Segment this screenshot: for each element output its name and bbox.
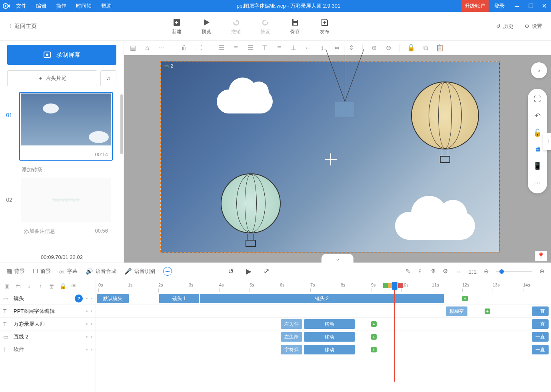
back-home-button[interactable]: 〈 返回主页	[0, 23, 124, 30]
add-keyframe-button[interactable]: +	[462, 296, 468, 301]
menu-help[interactable]: 帮助	[97, 0, 116, 12]
zoom-out-icon[interactable]: ⊖	[484, 268, 489, 275]
align-right-icon[interactable]: ☰	[246, 43, 255, 53]
add-keyframe-button[interactable]: +	[371, 321, 377, 327]
trash-icon[interactable]: 🗑	[180, 43, 189, 53]
clip-shot2[interactable]: 镜头 2	[200, 294, 444, 303]
align-bottom-icon[interactable]: ⊥	[289, 43, 298, 53]
unlock-icon[interactable]: 🔓	[406, 43, 416, 53]
edit-icon[interactable]: ✎	[405, 268, 411, 275]
play-button[interactable]: ▶	[246, 267, 252, 276]
tab-subtitle[interactable]: ㏄字幕	[59, 268, 78, 275]
copy-icon[interactable]: ⧉	[421, 43, 430, 53]
filter-icon[interactable]: ⚗	[430, 268, 435, 275]
lane-text1[interactable]: 模糊变 + 一直	[96, 305, 551, 318]
align-center-icon[interactable]: ≡	[231, 43, 241, 53]
add-track-icon[interactable]: ▣	[3, 283, 10, 289]
lock-icon[interactable]: 🔒	[59, 283, 66, 289]
lane-line[interactable]: 左边渐 移动 + 一直	[96, 330, 551, 343]
lane-text3[interactable]: 字符弹 移动 + 一直	[96, 343, 551, 356]
lane-camera[interactable]: 默认镜头 镜头 1 镜头 2 +	[96, 292, 551, 305]
clip-shot1[interactable]: 镜头 1	[159, 294, 199, 303]
scrollbar[interactable]	[120, 94, 123, 154]
login-button[interactable]: 登录	[489, 2, 510, 10]
folder-icon[interactable]: 🗀	[14, 283, 22, 289]
collapse-canvas-button[interactable]: ⌄	[321, 254, 353, 263]
paste-icon[interactable]: 📋	[435, 43, 445, 53]
upgrade-button[interactable]: 升级账户	[461, 0, 489, 12]
track-text-2[interactable]: T 万彩录屏大师	[0, 318, 96, 330]
eye-icon[interactable]: 👁	[70, 283, 78, 289]
new-button[interactable]: 新建	[172, 17, 182, 35]
focus-icon[interactable]: ⛶	[194, 43, 204, 53]
clip-fade[interactable]: 左边渐	[281, 332, 302, 342]
zoom-out-icon[interactable]: ⊖	[383, 43, 393, 53]
align-top-icon[interactable]: ⊤	[260, 43, 270, 53]
maximize-button[interactable]: ☐	[524, 0, 537, 12]
layer-panel-icon[interactable]: ▤	[128, 43, 138, 53]
add-keyframe-button[interactable]: +	[371, 334, 377, 340]
zoom-in-icon[interactable]: ⊕	[369, 43, 379, 53]
add-heads-button[interactable]: ＋片头片尾	[7, 70, 97, 86]
home-icon[interactable]: ⌂	[142, 43, 152, 53]
zoom-in-icon[interactable]: ⊕	[539, 268, 545, 275]
align-left-icon[interactable]: ☰	[217, 43, 226, 53]
publish-button[interactable]: 发布	[320, 17, 329, 35]
unlock-icon[interactable]: 🔓	[533, 128, 542, 137]
settings-button[interactable]: ⚙设置	[525, 23, 542, 30]
slide-thumbnail-2[interactable]: ░░░░░░░░░░░░ 添加备注信息 00:56	[19, 177, 113, 238]
ratio-icon[interactable]: 1:1	[468, 268, 477, 275]
tab-background[interactable]: ▦背景	[6, 268, 25, 275]
zoom-slider[interactable]	[496, 271, 532, 272]
keyframe-marker[interactable]	[398, 283, 403, 288]
clip-always[interactable]: 一直	[532, 332, 549, 342]
more-icon[interactable]: ⋯	[534, 178, 541, 187]
add-keyframe-button[interactable]: +	[485, 308, 490, 314]
rewind-button[interactable]: ↺	[228, 267, 234, 276]
minimize-button[interactable]: ─	[510, 0, 524, 12]
save-button[interactable]: 保存	[290, 17, 300, 35]
settings-icon[interactable]: ⚙	[443, 268, 448, 275]
pin-icon[interactable]: 📍	[535, 251, 547, 261]
marker-icon[interactable]: ⚐	[418, 268, 423, 275]
clip-always[interactable]: 一直	[532, 319, 549, 329]
more-icon[interactable]: ⋯	[157, 43, 166, 53]
add-transition-button[interactable]: 添加转场	[2, 163, 119, 177]
menu-action[interactable]: 操作	[52, 0, 70, 12]
track-text-1[interactable]: T PPT图层字体编辑	[0, 305, 96, 318]
clip-move[interactable]: 移动	[304, 319, 355, 329]
trash-icon[interactable]: 🗑	[48, 283, 55, 289]
down-icon[interactable]: ↓	[26, 283, 33, 289]
playhead[interactable]	[392, 282, 397, 290]
slide-thumbnail-1[interactable]: 00:14	[19, 92, 113, 161]
clip-move[interactable]: 移动	[304, 345, 355, 354]
mobile-icon[interactable]: 📱	[533, 161, 542, 170]
rotate-icon[interactable]: ↶	[535, 111, 541, 120]
side-panel-toggle[interactable]: 〈	[543, 133, 551, 150]
timeline-ruler[interactable]: 0s 1s 2s 3s 4s 5s 6s 7s 8s 9s 10s 11s 12…	[96, 280, 551, 292]
redo-button[interactable]: 恢复	[261, 17, 270, 35]
track-line[interactable]: ▭ 直线 2	[0, 330, 96, 343]
desktop-icon[interactable]: 🖥	[534, 145, 541, 153]
clip-always[interactable]: 一直	[532, 306, 549, 316]
expand-button[interactable]: ⤢	[264, 267, 270, 276]
music-button[interactable]: ♫	[100, 70, 116, 86]
tab-foreground[interactable]: ☐前景	[33, 268, 51, 275]
menu-edit[interactable]: 编辑	[32, 0, 50, 12]
fit-width-icon[interactable]: ↔	[455, 268, 461, 275]
more-tabs-button[interactable]: •••	[163, 267, 172, 276]
fullscreen-icon[interactable]: ⛶	[534, 95, 541, 103]
menu-timeline[interactable]: 时间轴	[72, 0, 96, 12]
clip-stretch[interactable]: 左边伸	[281, 319, 302, 329]
tab-tts[interactable]: 🔊语音合成	[86, 268, 116, 275]
up-icon[interactable]: ↑	[37, 283, 44, 289]
dist-h-icon[interactable]: ↔	[303, 43, 313, 53]
clip-blur[interactable]: 模糊变	[446, 306, 467, 316]
clip-always[interactable]: 一直	[532, 345, 549, 354]
undo-button[interactable]: 撤销	[231, 17, 241, 35]
canvas-stage[interactable]: 📹2	[160, 61, 500, 253]
preview-button[interactable]: 预览	[202, 17, 211, 35]
clip-move[interactable]: 移动	[304, 332, 355, 342]
track-text-3[interactable]: T 软件	[0, 343, 96, 356]
clip-chartype[interactable]: 字符弹	[281, 345, 302, 354]
